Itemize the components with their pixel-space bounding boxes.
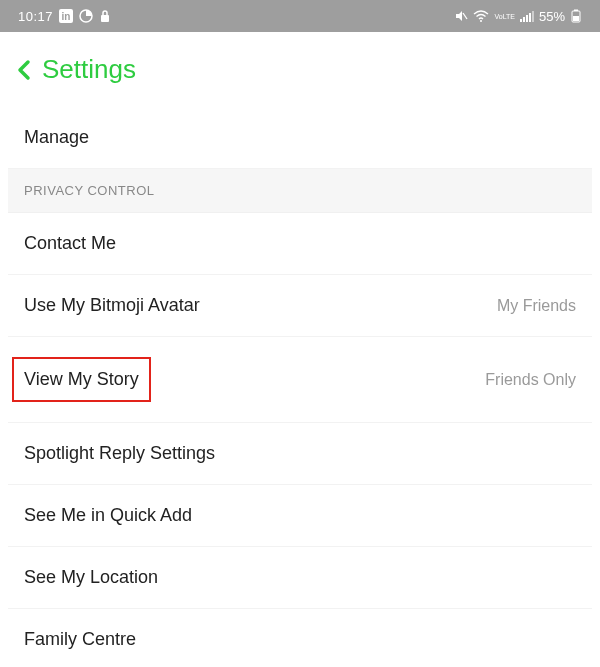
row-view-my-story[interactable]: View My Story Friends Only <box>8 337 592 423</box>
svg-rect-6 <box>520 19 522 22</box>
progress-circle-icon <box>79 9 93 23</box>
header: Settings <box>8 32 592 107</box>
row-label: Manage <box>24 127 89 148</box>
status-right: VoLTE 55% <box>454 9 582 24</box>
status-left: 10:17 in <box>18 9 111 24</box>
page-title: Settings <box>42 54 136 85</box>
row-label: View My Story <box>24 369 139 389</box>
row-value: Friends Only <box>485 371 576 389</box>
svg-rect-7 <box>523 17 525 22</box>
row-contact-me[interactable]: Contact Me <box>8 213 592 275</box>
mute-icon <box>454 9 468 23</box>
svg-rect-9 <box>529 13 531 22</box>
svg-text:in: in <box>62 11 71 22</box>
row-use-bitmoji-avatar[interactable]: Use My Bitmoji Avatar My Friends <box>8 275 592 337</box>
row-label: Use My Bitmoji Avatar <box>24 295 200 316</box>
svg-rect-8 <box>526 15 528 22</box>
section-privacy-control: PRIVACY CONTROL <box>8 169 592 213</box>
row-label: Contact Me <box>24 233 116 254</box>
linkedin-icon: in <box>59 9 73 23</box>
row-see-me-in-quick-add[interactable]: See Me in Quick Add <box>8 485 592 547</box>
battery-percent: 55% <box>539 9 565 24</box>
highlight-annotation: View My Story <box>12 357 151 402</box>
row-manage[interactable]: Manage <box>8 107 592 169</box>
row-label: See Me in Quick Add <box>24 505 192 526</box>
row-label: Spotlight Reply Settings <box>24 443 215 464</box>
status-time: 10:17 <box>18 9 53 24</box>
lock-icon <box>99 9 111 23</box>
svg-rect-12 <box>574 10 578 12</box>
row-label: See My Location <box>24 567 158 588</box>
wifi-icon <box>473 10 489 22</box>
network-lte-icon: VoLTE <box>494 13 515 20</box>
settings-content: Settings Manage PRIVACY CONTROL Contact … <box>0 32 600 667</box>
svg-point-5 <box>480 20 482 22</box>
svg-rect-3 <box>101 15 109 22</box>
row-family-centre[interactable]: Family Centre <box>8 609 592 667</box>
svg-line-4 <box>463 13 467 19</box>
signal-icon <box>520 10 534 22</box>
section-label: PRIVACY CONTROL <box>24 183 155 198</box>
row-value: My Friends <box>497 297 576 315</box>
svg-rect-13 <box>573 16 579 21</box>
back-button[interactable] <box>14 58 34 82</box>
battery-icon <box>570 9 582 23</box>
row-see-my-location[interactable]: See My Location <box>8 547 592 609</box>
row-spotlight-reply-settings[interactable]: Spotlight Reply Settings <box>8 423 592 485</box>
row-label: Family Centre <box>24 629 136 650</box>
svg-rect-10 <box>532 11 534 22</box>
status-bar: 10:17 in VoLTE 55% <box>0 0 600 32</box>
